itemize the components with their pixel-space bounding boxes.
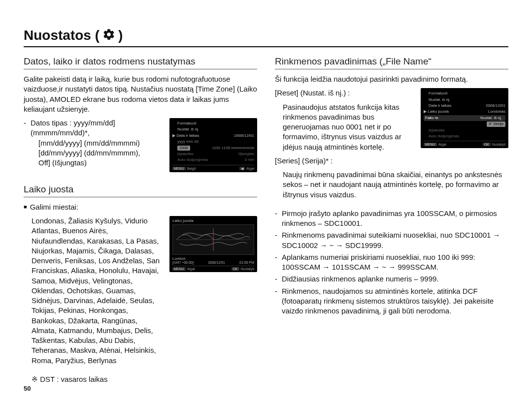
gear-icon	[102, 28, 115, 43]
date-type-line2: [mm/dd/yyyy] (mm/dd/mmmmi)	[38, 138, 163, 148]
bullet: Didžiausias rinkmenos aplanke numeris – …	[282, 274, 508, 284]
ui-bottom-left: Atgal	[438, 143, 446, 146]
datetype-row: - Datos tipas : yyyy/mm/dd] (mmmm/mm/dd)…	[24, 118, 257, 172]
ui-item: Įspaudas	[429, 128, 444, 133]
map-gmt: [GMT +00:00]	[172, 261, 194, 264]
paragraph: Galite pakeisti datą ir laiką, kurie bus…	[24, 74, 257, 114]
dst-note: DST : vasaros laikas	[32, 374, 257, 384]
bullet: Rinkmenoms pavadinimai suteikiami nuosek…	[282, 230, 508, 250]
section-timezone: Laiko juosta Galimi miestai: Londonas, Ž…	[24, 184, 257, 384]
ui-item: Data ir laikas	[176, 133, 199, 138]
timezone-row: Galimi miestai:	[24, 202, 257, 216]
lcd-datetime-shot: Formatuoti Nustat. iš nj. ▶ Data ir laik…	[169, 118, 257, 172]
section-heading: Rinkmenos pavadinimas („File Name“	[275, 56, 508, 69]
ui-item: Įspaudas	[177, 152, 193, 156]
ui-item: Formatuoti	[429, 91, 447, 96]
series-text: Naujų rinkmenų pavadinimai būna skaičiai…	[283, 170, 508, 200]
page-title-prefix: Nuostatos (	[24, 28, 100, 43]
reset-label: [Reset] (Nustat. iš nj.) :	[275, 88, 414, 98]
dash-icon: -	[275, 209, 282, 229]
ui-bottom-left: Atgal	[187, 267, 195, 271]
menu-badge: MENU	[172, 167, 186, 170]
page-title-suffix: )	[118, 28, 123, 43]
bullet: Rinkmenos, naudojamos su atmintinės kort…	[282, 286, 508, 316]
ui-value: 2008/12/01	[486, 103, 505, 108]
lcd-map-shot-wrapper: Laiko juosta	[169, 216, 257, 272]
ui-value: 3 min	[244, 157, 254, 162]
paragraph: Ši funkcija leidžia naudotojui pasirinkt…	[275, 74, 508, 84]
lcd-map-shot: Laiko juosta	[169, 216, 257, 272]
filename-options-row: [Reset] (Nustat. iš nj.) : Pasinaudojus …	[275, 88, 508, 170]
cities-label: Galimi miestai:	[24, 202, 257, 212]
page-number: 50	[24, 385, 31, 392]
ui-bottom-right: Nustatyti	[241, 267, 254, 271]
menu-badge: MENU	[172, 267, 186, 271]
section-datetime: Datos, laiko ir datos rodmens nustatymas…	[24, 56, 257, 172]
cities-list: Londonas, Žaliasis Kyšulys, Vidurio Atla…	[32, 216, 163, 366]
date-type-line3: [dd/mm/yyyy] (dd/mm/mmmm),	[38, 148, 163, 158]
ui-option-series: ✔ Serija	[487, 122, 505, 126]
ui-value: :2008/12/01	[233, 133, 254, 138]
ui-item: Auto išsijungimas	[177, 157, 208, 162]
ui-item: Auto išsijungimas	[429, 134, 459, 139]
ui-item: Nustat. iš nj.	[429, 97, 450, 102]
date-type-line4: Off] (Išjungtas)	[38, 158, 163, 168]
map-title: Laiko juosta	[172, 218, 254, 223]
ui-bottom-left: Baigti	[187, 167, 196, 170]
ui-item: Laiko juosta	[428, 109, 449, 114]
left-column: Datos, laiko ir datos rodmens nustatymas…	[24, 56, 257, 396]
map-time: 01:00 PM	[239, 261, 254, 264]
ui-item: Data ir laikas	[429, 103, 451, 108]
columns: Datos, laiko ir datos rodmens nustatymas…	[24, 56, 508, 396]
map-date: 2008/12/01	[208, 261, 225, 264]
dash-icon: -	[275, 274, 282, 284]
ui-bottom-right: Nustatyti	[492, 143, 505, 146]
ui-value: Londonas	[488, 109, 505, 114]
page-title-row: Nuostatos ( )	[24, 28, 508, 47]
ui-item: Nustat. iš nj.	[177, 127, 199, 132]
series-label: [Series] (Serija)* :	[275, 156, 414, 166]
ui-selected-year: 2008	[177, 146, 190, 151]
back-badge: ◀	[239, 167, 245, 170]
ui-item: Formatuoti	[177, 121, 196, 126]
bullet: Pirmojo įrašyto aplanko pavadinimas yra …	[282, 209, 508, 229]
bullet: Aplankams numeriai priskiriami nuoseklia…	[282, 252, 508, 273]
ui-option-reset: Nustat. iš nj.	[478, 116, 504, 121]
lcd-filename-shot: Formatuoti Nustat. iš nj. Data ir laikas…	[421, 88, 508, 148]
dash-icon: -	[275, 286, 282, 316]
map-city: London	[172, 256, 254, 261]
section-heading: Datos, laiko ir datos rodmens nustatymas	[24, 56, 257, 69]
ui-value: Išjungtas	[238, 152, 254, 156]
world-map-icon	[172, 224, 254, 255]
timezone-cities-row: Londonas, Žaliasis Kyšulys, Vidurio Atla…	[24, 216, 257, 370]
menu-badge: MENU	[424, 143, 437, 146]
ui-item: Failo nr.	[425, 116, 439, 121]
dash-icon: -	[275, 230, 282, 250]
section-heading: Laiko juosta	[24, 184, 257, 197]
ui-bottom-right: Atgal	[246, 167, 254, 170]
manual-page: Nuostatos ( ) Datos, laiko ir datos rodm…	[0, 0, 532, 401]
ok-badge: OK	[232, 267, 239, 271]
dash-icon: -	[275, 252, 282, 273]
ui-line: yyyy mm dd	[177, 139, 199, 144]
section-filename: Rinkmenos pavadinimas („File Name“ Ši fu…	[275, 56, 508, 316]
right-column: Rinkmenos pavadinimas („File Name“ Ši fu…	[275, 56, 508, 396]
ok-badge: OK	[483, 143, 491, 146]
dash-icon: -	[24, 118, 31, 168]
date-type-label: Datos tipas :	[31, 119, 71, 127]
datetype-text: - Datos tipas : yyyy/mm/dd] (mmmm/mm/dd)…	[24, 118, 163, 170]
reset-text: Pasinaudojus atstatos funkcija kitas rin…	[283, 102, 414, 152]
